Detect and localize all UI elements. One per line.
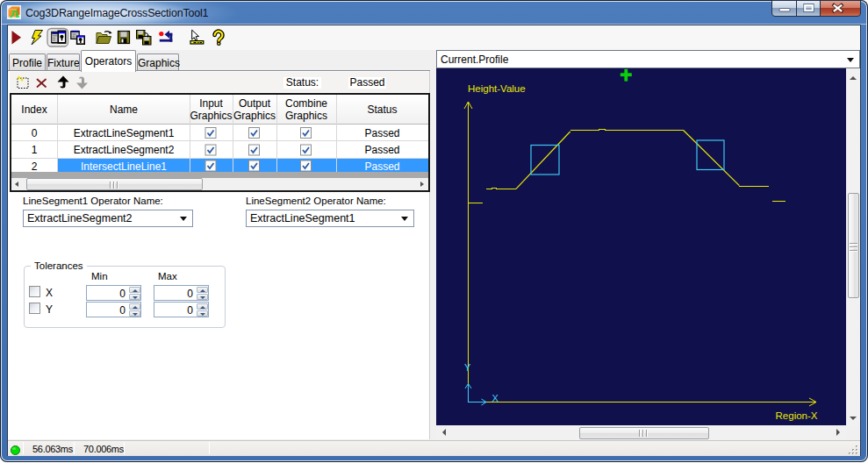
svg-text:Y: Y — [464, 362, 471, 373]
svg-text:X: X — [492, 393, 499, 403]
svg-text:Region-X: Region-X — [776, 410, 818, 421]
svg-text:Height-Value: Height-Value — [468, 83, 526, 94]
